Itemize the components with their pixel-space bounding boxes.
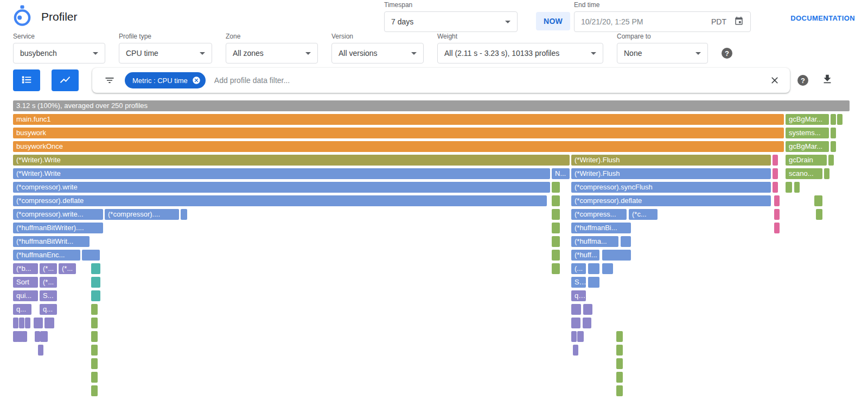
flame-segment[interactable] [602,263,613,274]
flame-segment[interactable]: q... [40,304,57,315]
flame-segment[interactable]: S... [571,277,586,288]
flame-segment[interactable]: (*c... [629,209,658,220]
chart-view-button[interactable] [52,69,79,91]
flame-segment[interactable]: (*Writer).Write [13,155,570,166]
flame-segment[interactable] [91,318,98,328]
flame-segment[interactable]: (*compressor).deflate [13,195,547,206]
flame-segment[interactable]: (*huffmanBitWriter).... [13,223,103,233]
flame-segment[interactable] [19,318,24,328]
flame-segment[interactable] [616,385,623,396]
download-button[interactable] [821,73,833,85]
flame-segment[interactable]: gcBgMar... [786,114,829,125]
flame-segment[interactable] [44,318,54,328]
flame-segment[interactable] [583,304,592,315]
flame-segment[interactable]: Sort [13,277,38,288]
list-view-button[interactable] [13,69,40,91]
flame-segment[interactable] [616,372,623,383]
compare-to-select[interactable]: None [617,43,708,64]
flame-segment[interactable] [38,345,43,356]
clear-filter-button[interactable] [767,73,782,88]
flame-segment[interactable] [602,250,631,261]
documentation-link[interactable]: DOCUMENTATION [790,14,855,22]
flame-segment[interactable] [91,290,100,301]
flame-segment[interactable]: (... [571,263,586,274]
flame-segment[interactable] [824,168,829,179]
flame-segment[interactable] [82,250,100,261]
flame-segment[interactable] [91,263,100,274]
flame-segment[interactable]: scano... [786,168,822,179]
flame-segment[interactable] [181,209,187,220]
flame-segment[interactable] [13,318,18,328]
filter-input[interactable] [214,76,767,85]
flame-segment[interactable]: (*compress... [571,209,627,220]
flame-segment[interactable] [616,358,623,369]
flame-segment[interactable] [577,331,584,342]
flame-segment[interactable] [774,195,780,206]
flame-segment[interactable] [831,141,836,152]
flame-segment[interactable] [91,358,98,369]
flame-segment[interactable]: busyworkOnce [13,141,784,152]
now-button[interactable]: NOW [536,12,570,30]
flame-segment[interactable]: (*Writer).Flush [571,168,771,179]
flame-segment[interactable]: 3.12 s (100%), averaged over 250 profile… [13,100,850,111]
flame-segment[interactable] [35,331,40,342]
flame-segment[interactable] [831,128,836,138]
flame-segment[interactable]: main.func1 [13,114,784,125]
flame-segment[interactable] [22,331,27,342]
flame-segment[interactable]: (*b... [13,263,38,274]
flame-segment[interactable] [40,331,48,342]
flame-segment[interactable] [571,331,577,342]
flame-segment[interactable]: (*huffmanBi... [571,223,631,233]
flame-segment[interactable] [552,236,560,247]
flame-segment[interactable]: (*huffmanEnc... [13,250,80,261]
zone-select[interactable]: All zones [226,43,318,64]
flame-segment[interactable] [91,277,100,288]
flame-segment[interactable]: (*compressor).write... [13,209,103,220]
flame-segment[interactable] [571,304,581,315]
flame-segment[interactable] [786,182,792,193]
flame-segment[interactable] [25,318,30,328]
flame-segment[interactable]: gcDrain [786,155,827,166]
flame-segment[interactable] [552,223,560,233]
end-time-input[interactable]: 10/21/20, 1:25 PM PDT [574,11,751,32]
flame-segment[interactable]: q... [13,304,31,315]
flame-segment[interactable] [774,209,780,220]
flame-segment[interactable] [91,304,98,315]
flame-segment[interactable] [583,318,591,328]
flame-segment[interactable]: S... [40,290,57,301]
flame-segment[interactable] [91,372,98,383]
flame-segment[interactable] [828,155,834,166]
flame-segment[interactable]: (*compressor).write [13,182,550,193]
flame-segment[interactable]: busywork [13,128,784,138]
flame-segment[interactable] [773,168,778,179]
weight-select[interactable]: All (2.11 s - 3.23 s), 10133 profiles [437,43,603,64]
version-select[interactable]: All versions [331,43,424,64]
flame-segment[interactable] [34,318,43,328]
flame-segment[interactable] [573,345,578,356]
flame-segment[interactable] [91,385,98,396]
flame-segment[interactable] [91,345,98,356]
flame-segment[interactable]: (*huffma... [571,236,618,247]
flame-segment[interactable] [816,209,822,220]
timespan-select[interactable]: 7 days [384,11,518,32]
flame-segment[interactable] [814,195,822,206]
help-icon[interactable]: ? [797,75,808,86]
flame-segment[interactable]: (*compressor).syncFlush [571,182,771,193]
flame-segment[interactable]: (*Writer).Flush [571,155,771,166]
flame-segment[interactable]: (*Writer).Write [13,168,550,179]
flame-segment[interactable] [831,114,836,125]
flame-segment[interactable] [552,263,560,274]
flame-segment[interactable] [552,182,560,193]
service-select[interactable]: busybench [13,43,105,64]
flame-segment[interactable]: N... [552,168,570,179]
flame-segment[interactable] [91,331,98,342]
flame-segment[interactable]: (*... [40,277,57,288]
flame-segment[interactable]: (*huffmanBitWrit... [13,236,90,247]
flame-segment[interactable]: (*huff... [571,250,599,261]
flame-segment[interactable]: (*compressor).deflate [571,195,771,206]
flame-segment[interactable]: (*... [40,263,57,274]
help-icon[interactable]: ? [722,48,732,59]
flame-segment[interactable] [571,318,580,328]
calendar-icon[interactable] [734,16,744,28]
flame-segment[interactable] [616,331,623,342]
